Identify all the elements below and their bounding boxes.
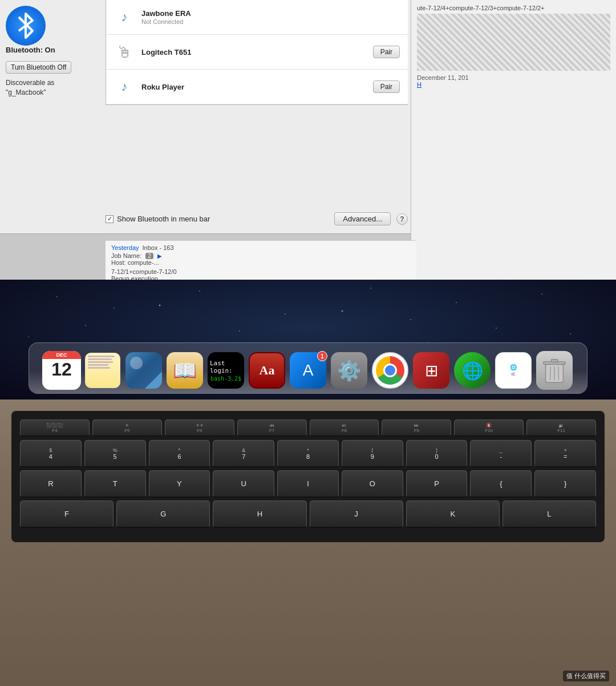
dock-item-iphoto[interactable] [124, 351, 163, 390]
svg-line-5 [558, 366, 559, 380]
right-panel-link[interactable]: H [417, 81, 610, 88]
bluetooth-bottom-bar: ✓ Show Bluetooth in menu bar Advanced...… [106, 212, 408, 225]
advanced-button[interactable]: Advanced... [334, 212, 391, 225]
device-row-logitech: 🖱 Logitech T651 Pair [106, 35, 408, 70]
home-row: F G H J K L [20, 501, 596, 528]
show-in-menu-bar-checkbox[interactable]: ✓ [106, 215, 114, 223]
key-f7[interactable]: ⏮ F7 [237, 419, 307, 437]
key-8[interactable]: * 8 [277, 440, 339, 467]
key-r[interactable]: R [20, 470, 82, 498]
calendar-month: DEC [42, 351, 81, 359]
key-7[interactable]: & 7 [213, 440, 274, 467]
terminal-icon: Last login: [210, 360, 242, 374]
show-in-menu-bar-label[interactable]: ✓ Show Bluetooth in menu bar [106, 215, 329, 223]
key-equals[interactable]: + = [534, 440, 596, 467]
right-panel-date: December 11, 201 [417, 74, 610, 81]
internet-icon: 🌐 [462, 361, 483, 381]
dock-item-parallels[interactable]: ⊞ [412, 351, 451, 390]
key-p[interactable]: P [406, 470, 468, 498]
bluetooth-icon-area [6, 6, 51, 51]
device-info-roku: Roku Player [141, 83, 373, 91]
pair-logitech-button[interactable]: Pair [373, 46, 400, 58]
inbox-count: Inbox - 163 [143, 244, 174, 251]
bluetooth-panel: Bluetooth: On Turn Bluetooth Off Discove… [0, 0, 416, 234]
ibooks-icon: 📖 [173, 359, 197, 382]
bluetooth-icon [6, 6, 46, 46]
key-9[interactable]: ( 9 [342, 440, 403, 467]
dock-item-trash[interactable] [535, 351, 574, 390]
job-name-label: Job Name: [111, 252, 141, 259]
right-panel: ute-7-12/4+compute-7-12/3+compute-7-12/2… [411, 0, 616, 285]
dock-background: DEC 12 📖 [0, 280, 616, 400]
dock-item-appstore[interactable]: A 1 [289, 351, 327, 390]
key-y[interactable]: Y [149, 470, 210, 498]
key-4[interactable]: $ 4 [20, 440, 82, 467]
qwerty-row: R T Y U I O P { } [20, 470, 596, 498]
key-f[interactable]: F [20, 501, 114, 528]
key-j[interactable]: J [310, 501, 403, 528]
bluetooth-sidebar: Bluetooth: On Turn Bluetooth Off Discove… [6, 46, 106, 98]
pair-roku-button[interactable]: Pair [373, 80, 400, 93]
help-button[interactable]: ? [396, 213, 408, 225]
key-lbracket[interactable]: { [470, 470, 532, 498]
key-t[interactable]: T [84, 470, 146, 498]
key-f11[interactable]: 🔉 F11 [526, 419, 596, 437]
roku-name: Roku Player [141, 83, 373, 91]
key-i[interactable]: I [277, 470, 339, 498]
right-panel-top-text: ute-7-12/4+compute-7-12/3+compute-7-12/2… [417, 5, 610, 11]
screen-area: Bluetooth: On Turn Bluetooth Off Discove… [0, 0, 616, 285]
key-u[interactable]: U [213, 470, 274, 498]
logitech-name: Logitech T651 [141, 48, 373, 57]
dock-item-ie[interactable]: 🌐 IE [494, 351, 533, 390]
key-f10[interactable]: 🔇 F10 [454, 419, 524, 437]
key-rbracket[interactable]: } [534, 470, 596, 498]
dock-item-dictionary[interactable]: Aa [248, 351, 286, 390]
jawbone-status: Not Connected [141, 18, 400, 25]
appstore-badge: 1 [317, 351, 327, 361]
jawbone-name: Jawbone ERA [141, 9, 400, 18]
device-info-logitech: Logitech T651 [141, 48, 373, 57]
dock-item-sysprefs[interactable]: ⚙️ [330, 351, 368, 390]
key-l[interactable]: L [502, 501, 596, 528]
fn-row: ⬛⬛⬛ F4 ☀ F5 ☀☀ F6 ⏮ F7 ⏯ F8 [20, 419, 596, 437]
dock-item-chrome[interactable] [371, 351, 410, 390]
trash-icon [542, 356, 567, 385]
turn-bluetooth-off-button[interactable]: Turn Bluetooth Off [6, 61, 71, 74]
number-row: $ 4 % 5 ^ 6 & 7 * 8 [20, 440, 596, 467]
badge-count: 2 [145, 253, 153, 259]
parallels-icon: ⊞ [425, 361, 438, 380]
key-o[interactable]: O [342, 470, 403, 498]
dock-item-terminal[interactable]: Last login: bash-3.2$ [206, 351, 245, 390]
key-f6[interactable]: ☀☀ F6 [165, 419, 234, 437]
key-f9[interactable]: ⏭ F9 [382, 419, 451, 437]
device-row-roku: ♪ Roku Player Pair [106, 70, 408, 104]
key-k[interactable]: K [406, 501, 500, 528]
key-f4[interactable]: ⬛⬛⬛ F4 [20, 419, 90, 437]
key-6[interactable]: ^ 6 [149, 440, 210, 467]
key-5[interactable]: % 5 [84, 440, 146, 467]
watermark: 值 什么值得买 [563, 671, 609, 681]
discoverable-label: Discoverable as "g_Macbook" [6, 78, 106, 98]
key-minus[interactable]: _ - [470, 440, 532, 467]
device-info-jawbone: Jawbone ERA Not Connected [141, 9, 400, 25]
keyboard-surround: ⬛⬛⬛ F4 ☀ F5 ☀☀ F6 ⏮ F7 ⏯ F8 [0, 400, 616, 686]
device-row-jawbone: ♪ Jawbone ERA Not Connected [106, 0, 408, 35]
dock-shelf: DEC 12 📖 [29, 342, 587, 394]
host-label: Host: compute-... [111, 259, 411, 266]
key-f8[interactable]: ⏯ F8 [310, 419, 379, 437]
key-g[interactable]: G [116, 501, 210, 528]
dock-item-ibooks[interactable]: 📖 [165, 351, 204, 390]
yesterday-label: Yesterday [111, 244, 139, 251]
dock-item-internet[interactable]: 🌐 [453, 351, 492, 390]
dictionary-icon: Aa [260, 363, 275, 378]
device-icon-jawbone: ♪ [114, 7, 135, 27]
chrome-icon [376, 356, 404, 385]
key-h[interactable]: H [213, 501, 306, 528]
dock-item-stickies[interactable] [83, 351, 122, 390]
dock-item-calendar[interactable]: DEC 12 [42, 351, 81, 390]
key-0[interactable]: ) 0 [406, 440, 468, 467]
key-f5[interactable]: ☀ F5 [92, 419, 162, 437]
keyboard-area: ⬛⬛⬛ F4 ☀ F5 ☀☀ F6 ⏮ F7 ⏯ F8 [0, 400, 616, 686]
log-line: 7-12/1+compute-7-12/0 [111, 268, 411, 275]
bluetooth-status: Bluetooth: On [6, 46, 106, 54]
